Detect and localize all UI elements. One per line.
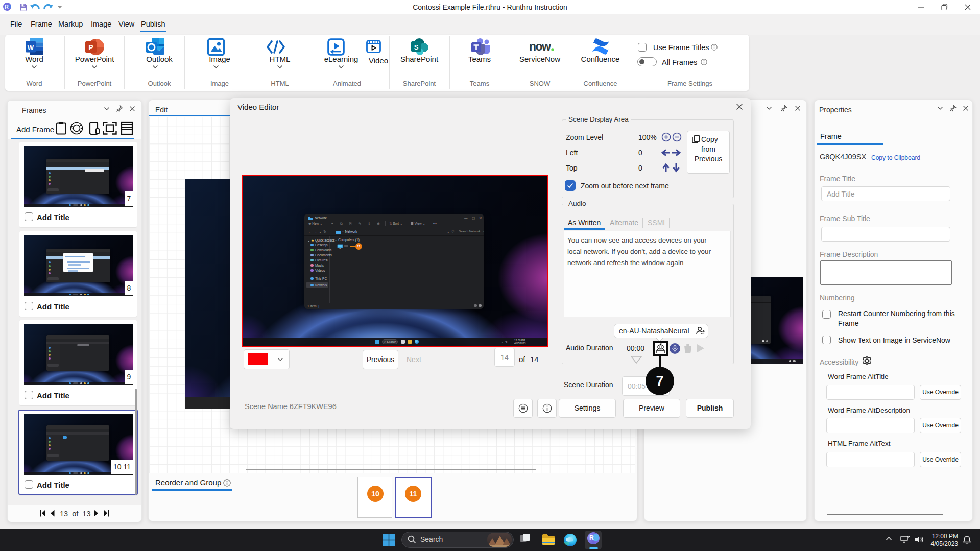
svg-text:S: S: [414, 43, 419, 51]
svg-text:P: P: [88, 43, 93, 52]
svg-text:W: W: [28, 44, 34, 52]
svg-text:now: now: [529, 41, 551, 53]
